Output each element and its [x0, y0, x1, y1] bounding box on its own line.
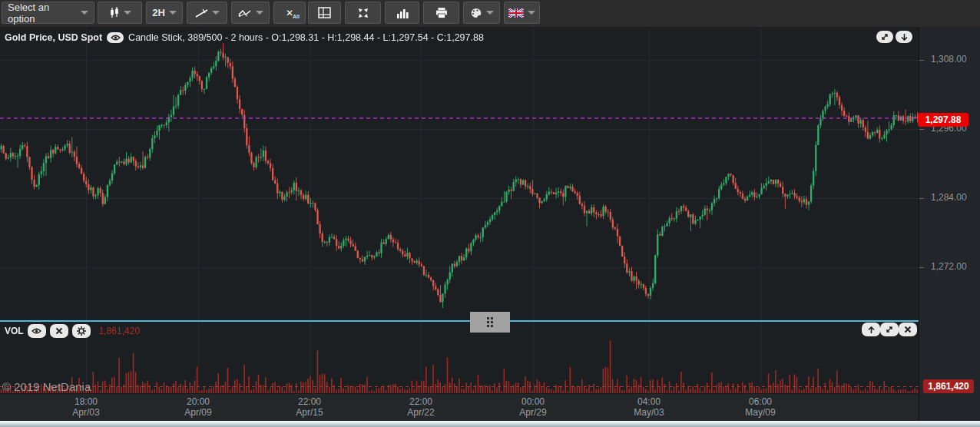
volume-settings-button[interactable] [72, 324, 91, 338]
remove-all-icon: ✕All [286, 8, 293, 18]
price-axis [919, 27, 980, 427]
chevron-down-icon [528, 11, 535, 15]
axis-tick-mark [919, 267, 924, 268]
chevron-down-icon [169, 11, 177, 15]
volume-chart-button[interactable] [385, 2, 419, 24]
arrow-up-icon [867, 326, 876, 334]
symbol-select-dropdown[interactable]: Select an option [2, 2, 94, 24]
charting-application: Select an option 2H ✕All [0, 0, 980, 427]
pane-divider-line [0, 320, 919, 322]
resize-diagonal-icon [885, 325, 894, 334]
printer-icon [435, 8, 448, 18]
chart-header: Gold Price, USD Spot Candle Stick, 389/5… [5, 32, 484, 43]
last-price-badge: 1,297.88 [918, 113, 968, 127]
volume-visibility-button[interactable] [28, 324, 46, 338]
theme-dropdown[interactable] [463, 2, 500, 24]
price-volume-chart-canvas[interactable] [0, 27, 919, 393]
print-button[interactable] [423, 2, 459, 24]
chevron-down-icon [212, 11, 220, 15]
resize-diagonal-icon [880, 32, 889, 41]
pane-move-down-button[interactable] [896, 31, 912, 43]
price-tick-label: 1,272.00 [931, 261, 967, 272]
time-axis-label: 00:00Apr/29 [502, 396, 564, 418]
close-icon [904, 326, 912, 333]
indicator-tool-dropdown[interactable] [231, 2, 270, 24]
price-tick-label: 1,308.00 [931, 54, 967, 65]
symbol-select-label: Select an option [8, 2, 77, 25]
axis-tick-mark [919, 198, 924, 199]
chevron-down-icon [486, 11, 494, 15]
instrument-title: Gold Price, USD Spot [5, 32, 102, 43]
visibility-toggle-button[interactable] [107, 32, 124, 43]
eye-icon [31, 327, 41, 335]
window-bottom-edge [0, 421, 980, 427]
volume-pane-close-button[interactable] [899, 323, 917, 336]
volume-pane-move-up-button[interactable] [862, 323, 880, 336]
price-tick-label: 1,284.00 [931, 192, 967, 203]
volume-remove-button[interactable] [50, 324, 68, 338]
pane-resize-handle[interactable] [470, 312, 510, 333]
layout-grid-button[interactable] [308, 2, 341, 24]
volume-pane-maximize-button[interactable] [880, 323, 899, 336]
volume-current-value: 1,861,420 [99, 326, 140, 336]
uk-flag-icon [508, 8, 524, 18]
close-icon [55, 327, 63, 335]
fullscreen-button[interactable] [345, 2, 381, 24]
pane-maximize-button[interactable] [876, 31, 893, 43]
time-axis-label: 04:00May/03 [618, 396, 680, 418]
interval-label: 2H [152, 7, 165, 18]
copyright-watermark: © 2019 NetDania [2, 380, 91, 393]
chevron-down-icon [81, 11, 88, 15]
zigzag-indicator-icon [238, 8, 252, 18]
time-axis-label: 18:00Apr/03 [55, 396, 117, 418]
chart-style-dropdown[interactable] [98, 2, 142, 24]
volume-indicator-label: VOL [5, 326, 24, 336]
chevron-down-icon [256, 11, 263, 15]
series-info: Candle Stick, 389/500 - 2 hours - O:1,29… [128, 32, 484, 43]
fullscreen-expand-icon [357, 7, 369, 19]
gear-icon [77, 326, 86, 336]
bar-chart-icon [396, 8, 409, 18]
remove-all-button[interactable]: ✕All [273, 2, 306, 24]
arrow-down-icon [900, 33, 909, 41]
candlestick-icon [109, 7, 120, 18]
trendline-tool-dropdown[interactable] [187, 2, 227, 24]
axis-tick-mark [919, 60, 924, 61]
chevron-down-icon [124, 11, 131, 15]
eye-icon [111, 34, 121, 41]
time-axis-label: 22:00Apr/22 [390, 396, 452, 418]
axis-divider-line [919, 27, 919, 427]
volume-header: VOL 1,861,420 [5, 324, 140, 338]
interval-dropdown[interactable]: 2H [146, 2, 183, 24]
palette-icon [470, 8, 482, 18]
time-axis-label: 20:00Apr/09 [167, 396, 229, 418]
time-axis-label: 22:00Apr/15 [279, 396, 340, 418]
language-dropdown[interactable] [504, 2, 540, 24]
toolbar: Select an option 2H ✕All [0, 0, 980, 28]
last-volume-badge: 1,861,420 [923, 379, 974, 393]
trendline-icon [195, 7, 208, 18]
drag-dots-icon [487, 317, 493, 327]
time-axis-label: 06:00May/09 [730, 396, 791, 418]
layout-grid-icon [318, 7, 331, 18]
axis-tick-mark [919, 129, 924, 130]
